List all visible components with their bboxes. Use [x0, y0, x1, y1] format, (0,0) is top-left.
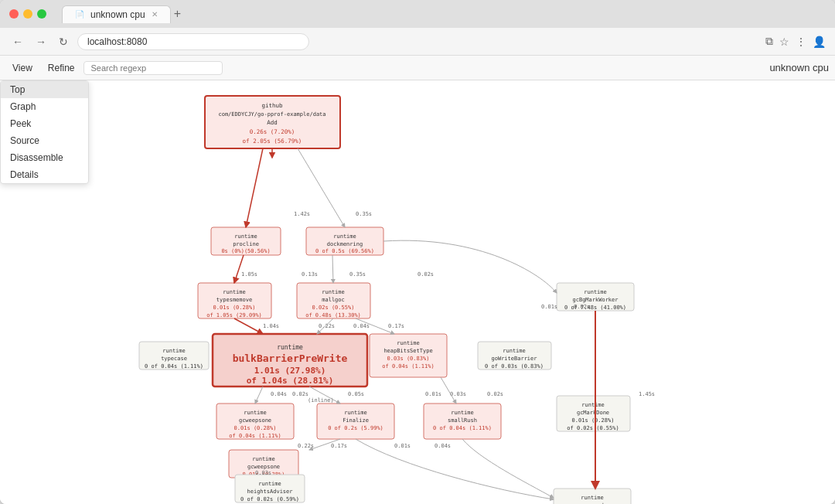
- node-typecase-text3: 0 of 0.04s (1.11%): [145, 363, 203, 369]
- menu-item-details[interactable]: Details: [1, 166, 88, 183]
- node-bulk-text4: of 1.04s (28.81%): [247, 376, 334, 386]
- node-mallgoc-text4: of 0.48s (13.30%): [305, 312, 361, 318]
- edge-proc-types: [234, 255, 244, 283]
- graph-area[interactable]: github com/EDDYCJY/go-pprof-example/data…: [0, 80, 835, 504]
- traffic-lights: [9, 9, 46, 19]
- edge-bulk-gcweep: [255, 387, 263, 404]
- node-gcweep2-text2: gcweepsone: [247, 464, 280, 470]
- edge-label-004b: 0.04s: [271, 391, 287, 397]
- forward-button[interactable]: →: [32, 34, 49, 49]
- refine-menu[interactable]: Refine: [42, 60, 81, 77]
- node-mallgoc-text3: 0.02s (0.55%): [312, 305, 355, 311]
- node-types-text4: of 1.05s (29.09%): [206, 312, 262, 318]
- node-procline-text1: runtime: [234, 233, 257, 240]
- browser-window: 📄 unknown cpu ✕ + ← → ↻ ⧉ ☆ ⋮ 👤 View Ref…: [0, 0, 835, 504]
- edge-dock-mall: [332, 255, 333, 283]
- tab-bar: 📄 unknown cpu ✕ +: [62, 5, 181, 23]
- title-bar: 📄 unknown cpu ✕ +: [0, 0, 835, 28]
- node-gcmarkdone-text4: of 0.02s (0.55%): [567, 425, 619, 431]
- node-root-text5: of 2.05s (56.79%): [243, 138, 302, 145]
- node-bulk-text3: 1.01s (27.98%): [254, 366, 326, 376]
- node-smallrush-text2: smallRush: [448, 417, 477, 424]
- node-mallgoc-text1: runtime: [322, 289, 345, 295]
- node-bulk-text1: runtime: [277, 344, 303, 351]
- edge-label-003c: 0.03s: [255, 470, 271, 476]
- edge-fin-conc: [356, 439, 554, 499]
- node-procline-text3: 0s (0%)(50.56%): [221, 248, 270, 254]
- node-typecase-text2: typecase: [161, 356, 187, 362]
- node-root-text3: Add: [267, 119, 278, 126]
- reload-button[interactable]: ↻: [56, 34, 71, 49]
- edge-label-001c: 0.01s: [394, 443, 411, 449]
- app-title: unknown cpu: [769, 62, 829, 73]
- node-root-text: github: [261, 102, 283, 109]
- profile-button[interactable]: 👤: [813, 36, 826, 48]
- new-tab-button[interactable]: +: [174, 7, 181, 21]
- edge-label-022: 0.22s: [319, 323, 335, 329]
- node-heights-text1: runtime: [258, 481, 281, 487]
- node-heights-text3: 0 of 0.02s (0.59%): [240, 496, 299, 502]
- app-body: Top Graph Peek Source Disassemble Detail…: [0, 80, 835, 504]
- bookmark-button[interactable]: ☆: [779, 36, 789, 48]
- node-root-text4: 0.26s (7.20%): [250, 128, 295, 135]
- edge-label-002c: 0.02s: [292, 391, 308, 397]
- node-heap-text3: 0.03s (0.83%): [387, 356, 430, 362]
- node-gcweep-text4: of 0.04s (1.11%): [229, 433, 281, 439]
- edge-label-017: 0.17s: [388, 323, 404, 329]
- edge-label-035: 0.35s: [356, 211, 372, 217]
- address-input[interactable]: [77, 33, 309, 50]
- view-menu[interactable]: View: [6, 60, 39, 77]
- menu-item-disassemble[interactable]: Disassemble: [1, 149, 88, 166]
- node-smallrush-text1: runtime: [451, 410, 474, 416]
- node-gcmarkdone-text2: gcMarkDone: [577, 410, 609, 416]
- menu-item-peek[interactable]: Peek: [1, 115, 88, 132]
- edge-label-004c: 0.04s: [435, 443, 451, 449]
- node-gwb-text3: 0 of 0.03s (0.83%): [485, 363, 544, 369]
- node-gcweep-text3: 0.01s (0.28%): [234, 425, 277, 431]
- edge-dock-gcbg: [383, 240, 557, 293]
- menu-button[interactable]: ⋮: [796, 36, 806, 48]
- tab-title: unknown cpu: [90, 9, 145, 20]
- graph-svg: github com/EDDYCJY/go-pprof-example/data…: [93, 80, 827, 504]
- maximize-button[interactable]: [37, 9, 46, 19]
- active-tab[interactable]: 📄 unknown cpu ✕: [62, 5, 171, 23]
- node-root-text2: com/EDDYCJY/go-pprof-example/data: [218, 111, 325, 117]
- minimize-button[interactable]: [23, 9, 32, 19]
- edge-label-004: 0.04s: [353, 323, 370, 329]
- node-heap-text4: of 0.04s (1.11%): [382, 363, 434, 369]
- tab-close-button[interactable]: ✕: [152, 10, 158, 19]
- node-gcweep-text1: runtime: [244, 410, 267, 416]
- node-finalize-text2: Finalize: [343, 417, 369, 424]
- edge-label-001b: 0.01s: [425, 391, 441, 397]
- node-heap-text2: heapBitsSetType: [383, 348, 432, 354]
- node-types-text2: typesmemove: [216, 297, 252, 303]
- menu-item-graph[interactable]: Graph: [1, 98, 88, 115]
- node-types-text1: runtime: [223, 289, 246, 295]
- node-gcbg-text1: runtime: [584, 289, 607, 295]
- node-types-text3: 0.01s (0.28%): [213, 305, 256, 311]
- menu-item-source[interactable]: Source: [1, 132, 88, 149]
- extensions-button[interactable]: ⧉: [765, 35, 773, 48]
- node-heap-text1: runtime: [397, 340, 420, 346]
- back-button[interactable]: ←: [9, 34, 26, 49]
- app-toolbar: View Refine unknown cpu: [0, 56, 835, 80]
- menu-item-top[interactable]: Top: [1, 81, 88, 98]
- tab-icon: 📄: [75, 10, 84, 19]
- node-gcbg-text2: gcBgMarkWorker: [572, 297, 618, 303]
- sidebar-menu: Top Graph Peek Source Disassemble Detail…: [0, 80, 89, 184]
- node-heights-text2: heightsAdviser: [247, 489, 292, 495]
- node-bulk-text2: bulkBarrierPreWrite: [233, 352, 348, 364]
- edge-label-013: 0.13s: [302, 271, 318, 278]
- node-concmark-text1: runtime: [581, 495, 604, 501]
- address-bar: ← → ↻ ⧉ ☆ ⋮ 👤: [0, 28, 835, 56]
- edge-label-002d: 0.02s: [487, 391, 503, 397]
- edge-label-002b: 0.02s: [574, 304, 590, 310]
- edge-label-017b: 0.17s: [331, 443, 347, 449]
- edge-label-022b: 0.22s: [298, 443, 314, 449]
- node-gwb-text2: goWriteBarrier: [491, 356, 537, 362]
- node-dock-text1: runtime: [333, 233, 356, 240]
- search-input[interactable]: [84, 61, 223, 75]
- node-gcmarkdone-text1: runtime: [581, 402, 605, 408]
- edge-label-104: 1.04s: [263, 323, 279, 329]
- close-button[interactable]: [9, 9, 19, 19]
